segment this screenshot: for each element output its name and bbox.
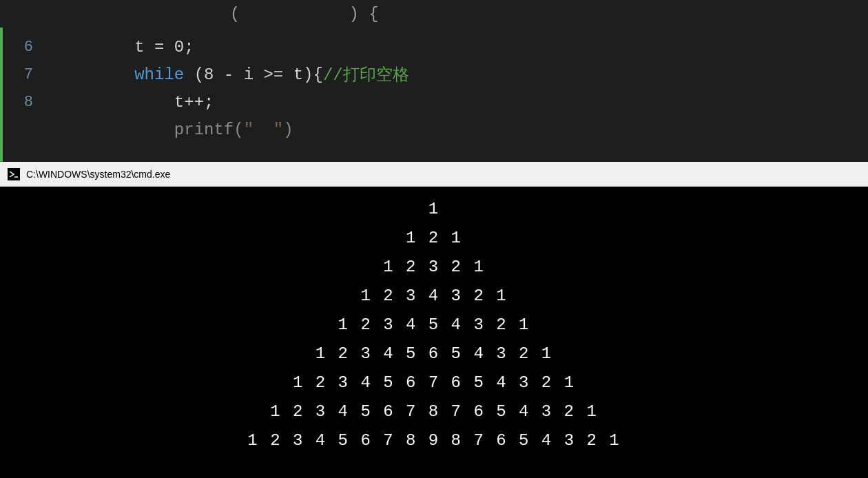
code-text-9: printf(" ") [55, 121, 293, 139]
line-number-6: 6 [0, 33, 41, 61]
line-number-9 [0, 116, 41, 143]
top-partial-line: ( ) { [0, 0, 868, 28]
code-condition: (8 - i >= t){ [184, 65, 323, 84]
green-indicator [0, 28, 3, 162]
pyramid-row-3: 1 2 3 2 1 [383, 253, 485, 282]
cmd-body: 1 1 2 1 1 2 3 2 1 1 2 3 4 3 2 1 1 2 3 4 … [0, 187, 868, 478]
code-line-7: while (8 - i >= t){//打印空格 [41, 61, 868, 88]
pyramid-row-2: 1 2 1 [406, 224, 462, 253]
cmd-titlebar[interactable]: C:\WINDOWS\system32\cmd.exe [0, 162, 868, 187]
line-numbers: 6 7 8 [0, 28, 41, 162]
cmd-bottom-bar: 请按任意键继续. . . CSDN@你是直大*吗？ [0, 474, 868, 478]
cmd-title: C:\WINDOWS\system32\cmd.exe [26, 169, 170, 180]
pyramid-row-4: 1 2 3 4 3 2 1 [360, 282, 507, 311]
code-line-6: t = 0; [41, 33, 868, 61]
line-number-7: 7 [0, 61, 41, 88]
cmd-window: C:\WINDOWS\system32\cmd.exe 1 1 2 1 1 2 … [0, 162, 868, 478]
pyramid-row-6: 1 2 3 4 5 6 5 4 3 2 1 [316, 340, 552, 368]
code-line-9: printf(" ") [41, 116, 868, 143]
code-area: 6 7 8 t = 0; while (8 - i >= t){//打印空格 t… [0, 28, 868, 162]
code-text-8: t++; [55, 93, 214, 112]
pyramid-output: 1 1 2 1 1 2 3 2 1 1 2 3 4 3 2 1 1 2 3 4 … [0, 192, 868, 455]
pyramid-row-5: 1 2 3 4 5 4 3 2 1 [338, 311, 530, 340]
pyramid-row-9: 1 2 3 4 5 6 7 8 9 8 7 6 5 4 3 2 1 [247, 426, 620, 455]
code-comment: //打印空格 [323, 63, 409, 85]
code-text: t = 0; [55, 38, 194, 56]
pyramid-row-1: 1 [428, 195, 440, 224]
cmd-app-icon [7, 167, 21, 181]
pyramid-row-7: 1 2 3 4 5 6 7 6 5 4 3 2 1 [293, 368, 575, 397]
pyramid-row-8: 1 2 3 4 5 6 7 8 7 6 5 4 3 2 1 [270, 397, 598, 426]
code-lines: t = 0; while (8 - i >= t){//打印空格 t++; pr… [41, 28, 868, 162]
code-line-8: t++; [41, 88, 868, 116]
code-editor: ( ) { 6 7 8 t = 0; while (8 - i >= t){//… [0, 0, 868, 162]
while-keyword: while [134, 65, 184, 84]
line-number-8: 8 [0, 88, 41, 116]
code-indent [55, 65, 134, 84]
